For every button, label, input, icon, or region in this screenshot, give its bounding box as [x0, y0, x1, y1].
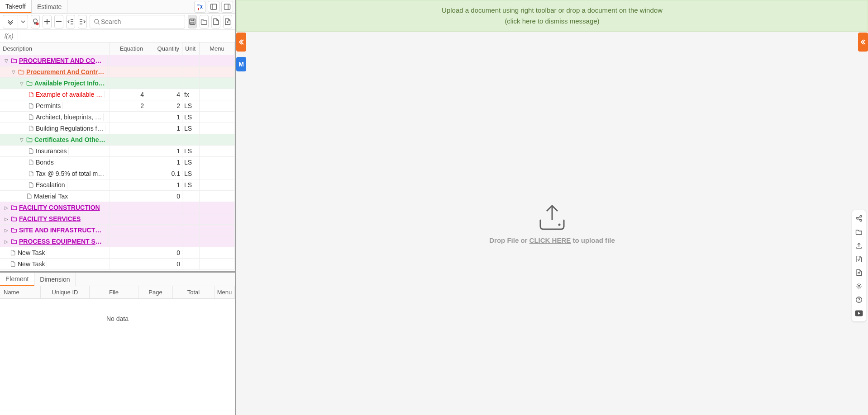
- row-unit: LS: [182, 168, 200, 179]
- upload-button[interactable]: [853, 239, 865, 252]
- row-menu[interactable]: [200, 225, 235, 236]
- dcol-file[interactable]: File: [90, 286, 138, 298]
- grid-row[interactable]: Material Tax0: [0, 191, 235, 202]
- doc-remove-button[interactable]: [853, 266, 865, 279]
- row-equation: [110, 168, 146, 179]
- tab-takeoff[interactable]: Takeoff: [0, 0, 32, 13]
- grid-row[interactable]: Permints22LS: [0, 100, 235, 112]
- row-menu[interactable]: [200, 179, 235, 190]
- tab-estimate[interactable]: Estimate: [32, 0, 67, 13]
- grid-row[interactable]: Building Regulations f…1LS: [0, 123, 235, 134]
- row-menu[interactable]: [200, 66, 235, 77]
- row-label: Permints: [36, 102, 61, 109]
- main-tabs: Takeoff Estimate: [0, 0, 235, 14]
- grid-row[interactable]: Tax @ 9.5% of total m…0.1LS: [0, 168, 235, 179]
- grid-row[interactable]: Escalation1LS: [0, 179, 235, 191]
- row-menu[interactable]: [200, 146, 235, 156]
- layout-right-button[interactable]: [221, 1, 233, 13]
- row-equation: [110, 259, 146, 269]
- row-equation: 4: [110, 89, 146, 100]
- document-button[interactable]: [211, 15, 220, 28]
- grid-row[interactable]: ▷FACILITY CONSTRUCTION: [0, 202, 235, 213]
- open-folder-button[interactable]: [200, 15, 209, 28]
- dcol-page[interactable]: Page: [138, 286, 173, 298]
- dcol-total[interactable]: Total: [173, 286, 215, 298]
- panel-collapse-orange[interactable]: [236, 33, 246, 52]
- grid-row[interactable]: New Task0: [0, 247, 235, 259]
- grid-row[interactable]: ▽PROCUREMENT AND CONT…: [0, 55, 235, 66]
- row-menu[interactable]: [200, 89, 235, 100]
- dcol-uid[interactable]: Unique ID: [41, 286, 90, 298]
- row-unit: [182, 202, 200, 213]
- dcol-menu[interactable]: Menu: [215, 286, 235, 298]
- idea-button[interactable]: [31, 15, 40, 28]
- help-button[interactable]: [853, 293, 865, 306]
- row-unit: [182, 225, 200, 236]
- tab-element[interactable]: Element: [0, 273, 34, 286]
- row-menu[interactable]: [200, 191, 235, 202]
- row-menu[interactable]: [200, 134, 235, 145]
- col-quantity[interactable]: Quantity: [146, 42, 182, 55]
- indent-button[interactable]: [78, 15, 87, 28]
- grid-row[interactable]: Architect, blueprints, …1LS: [0, 112, 235, 123]
- save-file-button[interactable]: [188, 15, 197, 28]
- tab-dimension[interactable]: Dimension: [34, 273, 76, 286]
- grid-row[interactable]: ▷PROCESS EQUIPMENT SUB…: [0, 236, 235, 247]
- grid-row[interactable]: ▽Certificates And Other …: [0, 134, 235, 146]
- row-menu[interactable]: [200, 259, 235, 269]
- upload-banner[interactable]: Upload a document using right toolbar or…: [236, 0, 868, 32]
- export-button[interactable]: [223, 15, 232, 28]
- row-menu[interactable]: [200, 100, 235, 111]
- variables-button[interactable]: [194, 1, 206, 13]
- col-unit[interactable]: Unit: [182, 42, 200, 55]
- video-button[interactable]: [853, 307, 865, 320]
- row-unit: [182, 259, 200, 269]
- row-unit: [182, 78, 200, 89]
- row-menu[interactable]: [200, 78, 235, 89]
- grid-row[interactable]: Bonds1LS: [0, 157, 235, 168]
- grid-row[interactable]: ▽Available Project Infor…: [0, 78, 235, 89]
- row-menu[interactable]: [200, 202, 235, 213]
- outdent-button[interactable]: [66, 15, 75, 28]
- drop-zone[interactable]: Drop File or CLICK HERE to upload file: [236, 32, 868, 415]
- col-equation[interactable]: Equation: [110, 42, 146, 55]
- expand-dropdown[interactable]: [18, 15, 28, 28]
- grid-row[interactable]: Example of available …44fx: [0, 89, 235, 100]
- row-menu[interactable]: [200, 168, 235, 179]
- row-menu[interactable]: [200, 55, 235, 66]
- row-menu[interactable]: [200, 112, 235, 123]
- upload-link[interactable]: CLICK HERE: [529, 236, 571, 244]
- row-menu[interactable]: [200, 247, 235, 258]
- grid-row[interactable]: New Task0: [0, 259, 235, 270]
- panel-collapse-blue[interactable]: M: [236, 57, 246, 71]
- row-menu[interactable]: [200, 123, 235, 134]
- settings-button[interactable]: [853, 280, 865, 292]
- dcol-name[interactable]: Name: [0, 286, 41, 298]
- row-unit: LS: [182, 179, 200, 190]
- grid-row[interactable]: ▽Procurement And Contra…: [0, 66, 235, 78]
- row-unit: [182, 236, 200, 247]
- formula-bar[interactable]: f(x): [0, 30, 235, 42]
- col-description[interactable]: Description: [0, 42, 110, 55]
- share-button[interactable]: [853, 212, 865, 225]
- row-quantity: 1: [146, 179, 182, 190]
- remove-button[interactable]: [54, 15, 63, 28]
- folder-button[interactable]: [853, 226, 865, 238]
- doc-toolbar: [852, 210, 866, 322]
- row-label: Bonds: [36, 159, 54, 166]
- row-unit: [182, 213, 200, 224]
- right-panel-collapse[interactable]: [858, 33, 868, 52]
- row-menu[interactable]: [200, 157, 235, 168]
- col-menu[interactable]: Menu: [200, 42, 235, 55]
- row-menu[interactable]: [200, 213, 235, 224]
- row-menu[interactable]: [200, 236, 235, 247]
- expand-all-button[interactable]: [3, 15, 18, 28]
- grid-row[interactable]: ▷FACILITY SERVICES: [0, 213, 235, 225]
- grid-row[interactable]: ▷SITE AND INFRASTRUCTURE: [0, 225, 235, 236]
- layout-split-button[interactable]: [208, 1, 219, 13]
- pdf-button[interactable]: [853, 253, 865, 265]
- search-field[interactable]: [90, 15, 185, 28]
- add-button[interactable]: [43, 15, 52, 28]
- search-input[interactable]: [100, 18, 181, 26]
- grid-row[interactable]: Insurances1LS: [0, 146, 235, 157]
